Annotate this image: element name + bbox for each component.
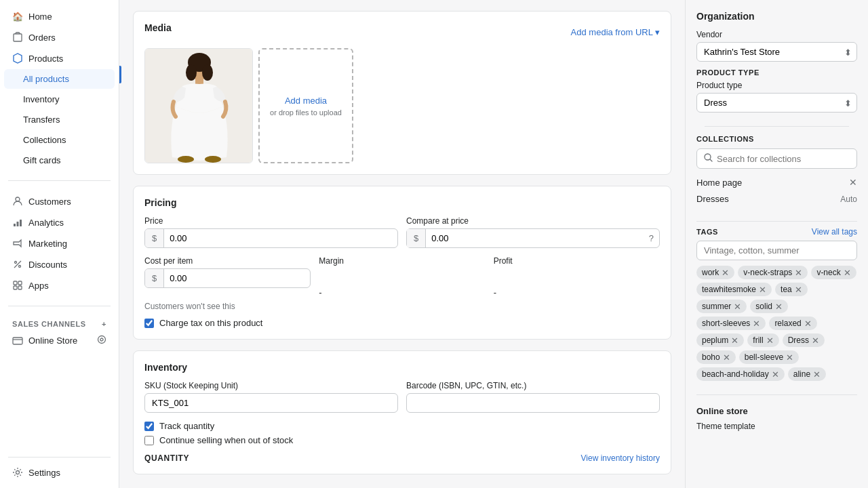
collections-search-input[interactable] (717, 154, 850, 164)
svg-point-14 (16, 471, 20, 474)
remove-tag-v-neck-straps[interactable]: ✕ (795, 268, 802, 277)
sidebar-item-discounts[interactable]: Discounts (4, 254, 115, 274)
online-store-settings-icon[interactable] (97, 335, 106, 346)
collection-item-homepage: Home page ✕ (696, 174, 857, 191)
tag-solid: solid✕ (750, 300, 788, 313)
add-media-url-button[interactable]: Add media from URL ▾ (571, 27, 660, 37)
sidebar-item-home[interactable]: 🏠 Home (4, 6, 115, 26)
add-sales-channel-icon[interactable]: + (102, 320, 106, 328)
remove-tag-summer[interactable]: ✕ (734, 302, 741, 311)
compare-price-input[interactable] (426, 229, 644, 247)
sidebar-item-inventory[interactable]: Inventory (4, 89, 115, 109)
remove-tag-peplum[interactable]: ✕ (731, 336, 738, 345)
tag-frill: frill✕ (747, 333, 778, 347)
svg-rect-3 (17, 222, 19, 226)
sidebar-item-apps[interactable]: Apps (4, 275, 115, 296)
remove-tag-boho[interactable]: ✕ (723, 353, 730, 362)
svg-point-22 (205, 156, 221, 163)
price-input-wrapper: $ (144, 228, 398, 248)
sidebar-item-marketing[interactable]: Marketing (4, 233, 115, 253)
tag-beach-and-holiday: beach-and-holiday✕ (696, 367, 785, 381)
sidebar-item-gift-cards[interactable]: Gift cards (4, 150, 115, 170)
sidebar-item-analytics[interactable]: Analytics (4, 212, 115, 232)
svg-point-19 (202, 64, 213, 81)
tax-checkbox[interactable] (144, 319, 154, 328)
home-icon: 🏠 (12, 11, 23, 22)
remove-tag-beach-and-holiday[interactable]: ✕ (772, 370, 779, 379)
sidebar-item-online-store[interactable]: Online Store (4, 330, 115, 351)
tag-summer: summer✕ (696, 300, 747, 313)
theme-template-label: Theme template (696, 422, 857, 431)
remove-tag-v-neck[interactable]: ✕ (844, 268, 851, 277)
barcode-group: Barcode (ISBN, UPC, GTIN, etc.) (406, 381, 660, 413)
sidebar-item-collections[interactable]: Collections (4, 130, 115, 150)
remove-tag-aline[interactable]: ✕ (813, 370, 821, 379)
tag-peplum: peplum✕ (696, 333, 744, 347)
media-upload-box[interactable]: Add media or drop files to upload (258, 48, 353, 163)
discounts-icon (12, 259, 23, 270)
sidebar-item-products[interactable]: Products (4, 48, 115, 68)
tags-title: TAGS (696, 228, 718, 236)
track-qty-checkbox[interactable] (144, 422, 154, 431)
vendor-select[interactable]: Kathrin's Test Store (696, 42, 857, 62)
view-history-link[interactable]: View inventory history (581, 453, 660, 463)
remove-tag-work[interactable]: ✕ (722, 268, 729, 277)
continue-selling-checkbox[interactable] (144, 436, 154, 445)
active-indicator (119, 66, 121, 83)
sales-channels-label: SALES CHANNELS + (0, 316, 119, 329)
continue-selling-row: Continue selling when out of stock (144, 435, 660, 445)
collections-section: COLLECTIONS Home page ✕ Dresses Auto (696, 135, 857, 207)
remove-tag-frill[interactable]: ✕ (766, 336, 774, 345)
sku-label: SKU (Stock Keeping Unit) (144, 381, 398, 390)
compare-price-input-wrapper: $ ? (406, 228, 660, 248)
tag-tea: tea✕ (775, 283, 808, 296)
tags-header: TAGS View all tags (696, 227, 857, 237)
remove-tag-tea[interactable]: ✕ (795, 285, 802, 294)
sidebar-item-customers[interactable]: Customers (4, 191, 115, 211)
sku-input[interactable] (144, 393, 398, 413)
remove-tag-short-sleeves[interactable]: ✕ (753, 319, 760, 328)
cost-group: Cost per item $ (144, 256, 311, 298)
apps-icon (12, 280, 23, 291)
tag-relaxed: relaxed✕ (769, 317, 816, 330)
sidebar-item-all-products[interactable]: All products (4, 69, 115, 89)
tag-teawhitesmoke: teawhitesmoke✕ (696, 283, 772, 296)
vendor-select-wrapper: Kathrin's Test Store ⬍ (696, 42, 857, 62)
collections-title: COLLECTIONS (696, 135, 857, 143)
remove-tag-dress[interactable]: ✕ (812, 336, 819, 345)
view-all-tags-link[interactable]: View all tags (812, 227, 857, 237)
compare-price-help-icon[interactable]: ? (644, 233, 659, 243)
continue-selling-label: Continue selling when out of stock (159, 435, 293, 445)
remove-tag-teawhitesmoke[interactable]: ✕ (759, 285, 766, 294)
cost-note: Customers won't see this (144, 302, 660, 311)
collections-search-box[interactable] (696, 148, 857, 169)
product-type-select[interactable]: Dress (696, 93, 857, 113)
svg-rect-0 (14, 34, 22, 41)
product-type-select-wrapper: Dress ⬍ (696, 93, 857, 113)
remove-tag-solid[interactable]: ✕ (775, 302, 783, 311)
product-image[interactable] (144, 48, 253, 163)
customers-icon (12, 196, 23, 207)
cost-input[interactable] (164, 269, 310, 287)
online-store-section: Online store Theme template (696, 406, 857, 431)
remove-tag-relaxed[interactable]: ✕ (804, 319, 812, 328)
sidebar-item-transfers[interactable]: Transfers (4, 110, 115, 129)
track-qty-label: Track quantity (159, 421, 214, 431)
price-label: Price (144, 216, 398, 226)
online-store-icon (12, 336, 23, 346)
remove-homepage-collection-button[interactable]: ✕ (849, 177, 857, 188)
tags-input[interactable] (696, 241, 857, 260)
sidebar-item-settings[interactable]: Settings (4, 462, 115, 483)
barcode-input[interactable] (406, 393, 660, 413)
svg-rect-4 (20, 220, 22, 226)
sidebar-item-orders[interactable]: Orders (4, 27, 115, 47)
profit-value: - (494, 268, 660, 298)
svg-point-13 (100, 338, 103, 341)
collections-list: Home page ✕ Dresses Auto (696, 174, 857, 207)
tag-work: work✕ (696, 266, 734, 279)
price-input[interactable] (164, 229, 397, 247)
tax-label: Charge tax on this product (159, 318, 262, 328)
tag-bell-sleeve: bell-sleeve✕ (739, 350, 799, 364)
product-type-label: Product type (696, 81, 857, 90)
remove-tag-bell-sleeve[interactable]: ✕ (786, 353, 793, 362)
